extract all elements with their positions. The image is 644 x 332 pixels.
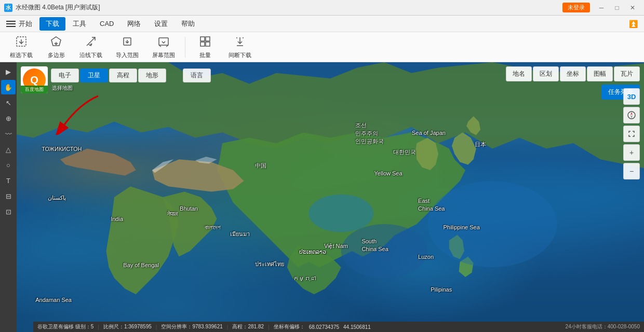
hamburger-menu[interactable] [2, 19, 11, 29]
sidebar-path[interactable]: 〰 [1, 127, 16, 141]
coordinate-button[interactable]: 坐标 [560, 66, 586, 81]
sidebar-polygon[interactable]: △ [1, 142, 16, 157]
toolbar: 框选下载 多边形 沿线下载 导入范围 [0, 32, 644, 62]
coord-offset-status: 坐标有偏移： [274, 323, 305, 330]
svg-marker-23 [630, 115, 633, 118]
svg-rect-11 [206, 42, 210, 46]
sidebar: ▶ ✋ ↖ ⊕ 〰 △ ○ T ⊟ ⊡ [0, 62, 17, 332]
sidebar-ruler[interactable]: ⊟ [1, 189, 16, 203]
map-zoom-out-button[interactable]: − [623, 163, 640, 179]
toolbar-separator [185, 37, 185, 58]
menu-tools[interactable]: 工具 [66, 17, 92, 31]
district-button[interactable]: 区划 [533, 66, 559, 81]
logo-q: Q [30, 74, 38, 86]
right-top-btns: 地名 区划 坐标 图幅 瓦片 [506, 66, 640, 81]
login-button[interactable]: 未登录 [562, 3, 590, 12]
map-source-logo[interactable]: Q 百度地图 [21, 66, 48, 93]
sidebar-expand[interactable]: ▶ [1, 64, 16, 79]
sidebar-select[interactable]: ↖ [1, 95, 16, 110]
map-fullscreen-button[interactable] [623, 126, 640, 142]
main-content: ▶ ✋ ↖ ⊕ 〰 △ ○ T ⊟ ⊡ [0, 62, 644, 332]
elevation-status: 高程：281.82 [232, 323, 264, 330]
map-source-status: 谷歌卫星有偏移 级别：5 [37, 323, 93, 330]
interval-download-icon [234, 35, 246, 50]
line-download-tool[interactable]: 沿线下载 [74, 34, 108, 60]
titlebar: 水 水经微图 4.0Beta [用户测试版] 未登录 ─ □ ✕ [0, 0, 644, 16]
menu-cad[interactable]: CAD [93, 17, 120, 31]
map-lang-button[interactable]: 语言 [183, 68, 211, 82]
frame-download-label: 框选下载 [10, 51, 33, 59]
logo-label: 百度地图 [21, 86, 48, 93]
map-type-electronic[interactable]: 电子 [51, 68, 79, 82]
svg-point-19 [308, 195, 373, 232]
hotline-status: 24小时客服电话：400-028-0050 [566, 323, 640, 330]
batch-label: 批量 [199, 51, 211, 59]
menu-network[interactable]: 网络 [121, 17, 147, 31]
batch-icon [199, 35, 211, 50]
import-range-tool[interactable]: 导入范围 [110, 34, 144, 60]
import-range-icon [121, 35, 133, 50]
svg-marker-22 [630, 112, 633, 115]
screen-range-tool[interactable]: 屏幕范围 [146, 34, 181, 60]
svg-rect-5 [159, 38, 168, 45]
line-download-label: 沿线下载 [79, 51, 102, 59]
import-range-label: 导入范围 [116, 51, 139, 59]
menubar: 开始 下载 工具 CAD 网络 设置 帮助 ⏫ [0, 16, 644, 32]
sidebar-text[interactable]: T [1, 173, 16, 188]
collapse-button[interactable]: ⏫ [625, 18, 642, 30]
interval-download-tool[interactable]: 间断下载 [223, 34, 257, 60]
close-button[interactable]: ✕ [625, 3, 640, 13]
map-type-satellite[interactable]: 卫星 [80, 68, 108, 82]
map-type-elevation[interactable]: 高程 [109, 68, 137, 82]
map-type-terrain[interactable]: 地形 [138, 68, 166, 82]
sidebar-circle[interactable]: ○ [1, 158, 16, 172]
menu-help[interactable]: 帮助 [175, 17, 201, 31]
app-title: 水经微图 4.0Beta [用户测试版] [16, 3, 100, 12]
menu-settings[interactable]: 设置 [148, 17, 174, 31]
map-controls: 3D + − [623, 88, 640, 179]
coord2-status: 44.1506811 [343, 324, 371, 330]
scale-status: 比例尺：1:36978595 [103, 323, 152, 330]
map-zoom-in-button[interactable]: + [623, 144, 640, 161]
tile-button[interactable]: 瓦片 [614, 66, 640, 81]
map-container[interactable]: Q 百度地图 电子 卫星 高程 地形 语言 选择地图 [17, 62, 644, 332]
sidebar-layer[interactable]: ⊡ [1, 204, 16, 219]
tile-range-button[interactable]: 图幅 [587, 66, 613, 81]
polygon-label: 多边形 [48, 51, 65, 59]
screen-range-label: 屏幕范围 [152, 51, 175, 59]
line-download-icon [85, 35, 97, 50]
sidebar-measure[interactable]: ⊕ [1, 111, 16, 126]
svg-rect-9 [206, 37, 210, 41]
screen-range-icon [157, 35, 170, 50]
select-map-label: 选择地图 [51, 85, 211, 92]
statusbar: 谷歌卫星有偏移 级别：5 | 比例尺：1:36978595 | 空间分辨率：97… [33, 322, 644, 332]
svg-point-17 [341, 224, 427, 278]
coord1-status: 68.02734375 [309, 324, 339, 330]
minimize-button[interactable]: ─ [594, 3, 609, 13]
map-svg [17, 62, 644, 332]
polygon-tool[interactable]: 多边形 [41, 34, 72, 60]
interval-download-label: 间断下载 [229, 51, 251, 59]
menu-download[interactable]: 下载 [39, 17, 65, 31]
app-icon: 水 [4, 4, 12, 12]
map-3d-button[interactable]: 3D [623, 88, 640, 105]
maximize-button[interactable]: □ [610, 3, 624, 13]
titlebar-controls: ─ □ ✕ [594, 3, 640, 13]
right-panel: 地名 区划 坐标 图幅 瓦片 任务列表 [506, 66, 640, 100]
map-background [17, 62, 644, 332]
map-toolbar: Q 百度地图 电子 卫星 高程 地形 语言 选择地图 [21, 66, 211, 93]
svg-rect-10 [200, 42, 205, 46]
batch-tool[interactable]: 批量 [190, 34, 221, 60]
sidebar-hand[interactable]: ✋ [1, 80, 16, 94]
resolution-status: 空间分辨率：9783.939621 [161, 323, 222, 330]
frame-download-icon [15, 35, 28, 50]
svg-point-18 [427, 181, 557, 267]
place-name-button[interactable]: 地名 [506, 66, 532, 81]
menu-home[interactable]: 开始 [12, 17, 38, 31]
titlebar-left: 水 水经微图 4.0Beta [用户测试版] [4, 3, 100, 12]
svg-rect-8 [200, 37, 205, 41]
frame-download-tool[interactable]: 框选下载 [4, 34, 38, 60]
polygon-icon [50, 35, 62, 50]
map-compass-button[interactable] [623, 107, 640, 123]
